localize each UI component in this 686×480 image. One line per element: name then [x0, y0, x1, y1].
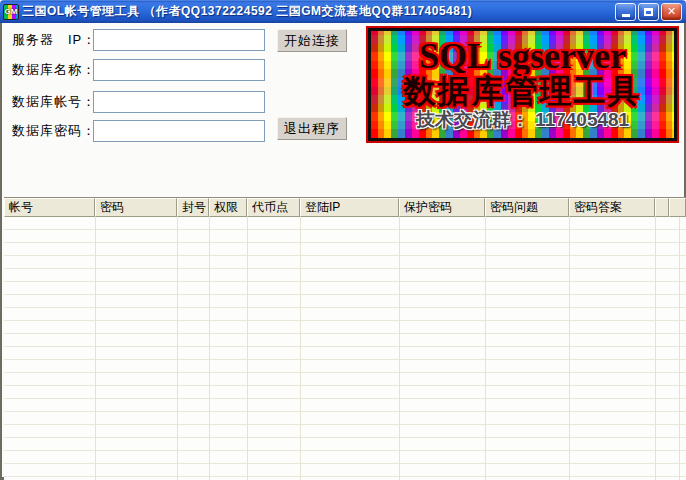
close-button[interactable]: ✕ — [661, 3, 682, 21]
window-content: 服务器 IP： 数据库名称： 数据库帐号： 数据库密码： 开始连接 退出程序 S… — [0, 23, 686, 480]
close-icon: ✕ — [667, 6, 676, 17]
db-password-label: 数据库密码： — [12, 120, 96, 142]
col-header-protect-password[interactable]: 保护密码 — [399, 198, 485, 217]
col-header-filler — [669, 198, 686, 217]
col-header-password-answer[interactable]: 密码答案 — [569, 198, 655, 217]
col-header-login-ip[interactable]: 登陆IP — [300, 198, 399, 217]
db-password-input[interactable] — [93, 120, 265, 142]
col-header-account[interactable]: 帐号 — [4, 198, 95, 217]
server-ip-label: 服务器 IP： — [12, 29, 96, 51]
col-header-blank[interactable] — [655, 198, 669, 217]
banner-title: SQL sgserver — [419, 38, 626, 74]
window-controls: ✕ — [615, 3, 682, 21]
grid-line — [569, 217, 570, 480]
grid-line — [485, 217, 486, 480]
grid-line — [300, 217, 301, 480]
account-table-header: 帐号 密码 封号 权限 代币点 登陆IP 保护密码 密码问题 密码答案 — [4, 197, 686, 217]
col-header-password[interactable]: 密码 — [95, 198, 177, 217]
minimize-icon — [622, 14, 630, 17]
connect-button[interactable]: 开始连接 — [277, 29, 347, 52]
minimize-button[interactable] — [615, 3, 636, 21]
col-header-privilege[interactable]: 权限 — [209, 198, 247, 217]
grid-line — [209, 217, 210, 480]
grid-line — [95, 217, 96, 480]
app-icon: GM — [3, 4, 19, 20]
db-account-label: 数据库帐号： — [12, 91, 96, 113]
window-title: 三国OL帐号管理工具 （作者QQ1372224592 三国GM交流基地QQ群11… — [22, 3, 615, 20]
col-header-ban[interactable]: 封号 — [177, 198, 209, 217]
title-bar: GM 三国OL帐号管理工具 （作者QQ1372224592 三国GM交流基地QQ… — [0, 0, 686, 23]
banner-qq-group: 技术交流群： 117405481 — [416, 109, 629, 132]
grid-line — [247, 217, 248, 480]
server-ip-input[interactable] — [93, 29, 265, 51]
grid-line — [399, 217, 400, 480]
banner-subtitle: 数据库管理工具 — [404, 74, 642, 109]
banner-image: SQL sgserver 数据库管理工具 技术交流群： 117405481 — [368, 28, 677, 141]
db-name-label: 数据库名称： — [12, 59, 96, 81]
grid-line — [655, 217, 656, 480]
db-name-input[interactable] — [93, 59, 265, 81]
app-window: GM 三国OL帐号管理工具 （作者QQ1372224592 三国GM交流基地QQ… — [0, 0, 686, 480]
exit-button[interactable]: 退出程序 — [277, 117, 347, 140]
account-table: 帐号 密码 封号 权限 代币点 登陆IP 保护密码 密码问题 密码答案 — [4, 197, 686, 480]
maximize-button[interactable] — [638, 3, 659, 21]
grid-line — [177, 217, 178, 480]
col-header-password-question[interactable]: 密码问题 — [485, 198, 569, 217]
col-header-tokens[interactable]: 代币点 — [247, 198, 300, 217]
db-account-input[interactable] — [93, 91, 265, 113]
grid-line — [679, 217, 680, 480]
account-table-body — [4, 217, 686, 480]
maximize-icon — [644, 8, 653, 16]
